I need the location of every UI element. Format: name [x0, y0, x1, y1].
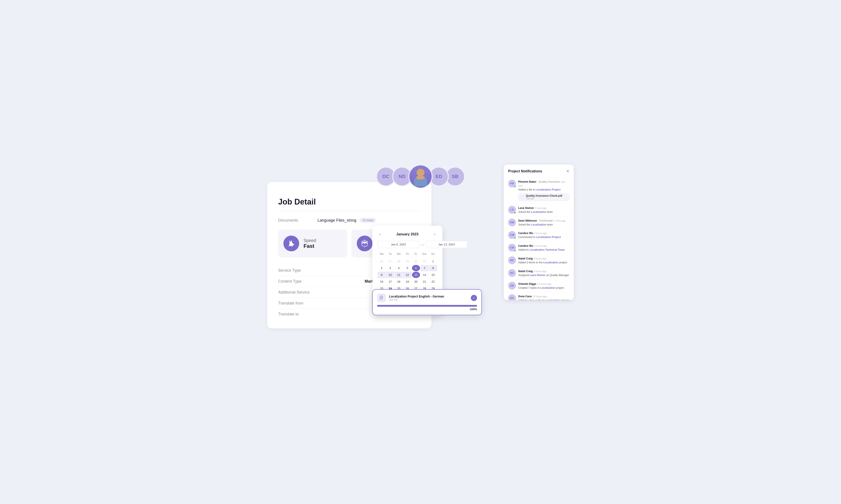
notif-content: Lana Steiner2 mins ago Joined the Locali…: [518, 206, 569, 214]
speed-icon: [284, 236, 299, 251]
weekday-we: We: [395, 252, 403, 256]
cal-day[interactable]: 1: [429, 258, 437, 265]
additional-service-key: Additional Service: [278, 290, 310, 295]
cal-day[interactable]: 8: [429, 265, 437, 271]
cal-day[interactable]: 3: [386, 265, 394, 271]
notif-content: Orlando Diggs11 hours ago Created 7 task…: [518, 282, 569, 290]
notif-avatar: OD: [508, 282, 516, 290]
cal-day[interactable]: 11: [395, 272, 403, 278]
cal-day[interactable]: 20: [412, 278, 420, 285]
calendar-range: —: [378, 241, 437, 248]
cal-day[interactable]: 26: [378, 258, 386, 265]
notif-content: Drew Cano12 hours ago Added a style guid…: [518, 294, 569, 300]
upload-card: Localization Project English - German 20…: [372, 289, 482, 315]
cal-day-selected-end[interactable]: 13: [412, 272, 420, 278]
notif-content: Candice Wu3 hours ago Commented in Local…: [518, 231, 569, 239]
notif-item: LS Lana Steiner2 mins ago Joined the Loc…: [508, 203, 569, 216]
page-title: Job Detail: [278, 197, 420, 206]
translate-to-key: Translate to: [278, 312, 299, 317]
speed-text: Speed Fast: [304, 238, 316, 249]
svg-point-0: [416, 169, 425, 177]
notif-avatar: NC: [508, 269, 516, 277]
cal-day[interactable]: 21: [420, 278, 429, 285]
notif-content: Demi Wikinson · Proofreader2 mins ago Jo…: [518, 218, 569, 227]
cal-day[interactable]: 17: [386, 278, 394, 285]
cal-day[interactable]: 12: [403, 272, 411, 278]
calendar-title: January 2023: [396, 232, 418, 236]
cal-day[interactable]: 4: [395, 265, 403, 271]
notif-avatar: DC: [508, 294, 516, 300]
cal-day-selected-start[interactable]: 6: [412, 265, 420, 271]
documents-value: Language Files_string: [317, 218, 356, 223]
cal-day[interactable]: 22: [429, 278, 437, 285]
notifications-title: Project Notifications: [508, 169, 542, 173]
cal-day[interactable]: 9: [378, 272, 386, 278]
notifications-panel: Project Notifications ✕ PB Phoenix Baker…: [504, 164, 574, 300]
svg-point-6: [289, 241, 290, 242]
weekday-sat: Sat: [420, 252, 429, 256]
upload-top: Localization Project English - German 20…: [377, 293, 477, 302]
notif-item: DW Demi Wikinson · Proofreader2 mins ago…: [508, 216, 569, 229]
divider: [278, 211, 420, 211]
cal-day[interactable]: 7: [420, 265, 429, 271]
notif-content: Natali Craig6 hours ago Assigned Lana St…: [518, 269, 569, 277]
calendar-range-start[interactable]: [378, 241, 419, 248]
notifications-close-button[interactable]: ✕: [566, 169, 569, 174]
avatar-main[interactable]: [409, 164, 432, 188]
cal-day[interactable]: 5: [403, 265, 411, 271]
cal-day[interactable]: 19: [403, 278, 411, 285]
cal-day[interactable]: 14: [420, 272, 429, 278]
notif-content: Phoenix Baker · Quality AssuranceJust no…: [518, 180, 569, 201]
weekday-tu: Tu: [386, 252, 395, 256]
cal-day[interactable]: 28: [395, 258, 403, 265]
cal-day[interactable]: 27: [386, 258, 394, 265]
calendar-header: ‹ January 2023 ›: [378, 231, 437, 237]
documents-row: Documents Language Files_string +5 more: [278, 218, 420, 223]
cal-day[interactable]: 30: [412, 258, 420, 265]
calendar-next-button[interactable]: ›: [432, 231, 437, 237]
main-container: DC ND ED SB Job Detail: [267, 164, 574, 340]
progress-bar-background: [377, 305, 477, 307]
notif-item: CW Candice Wu3 hours ago Commented in Lo…: [508, 229, 569, 241]
notif-avatar: LS: [508, 206, 516, 214]
weekday-mo: Mo: [378, 252, 386, 256]
cal-day[interactable]: 29: [403, 258, 411, 265]
documents-label: Documents: [278, 218, 317, 223]
weekday-su: Su: [429, 252, 437, 256]
notif-avatar: CW: [508, 231, 516, 239]
service-type-key: Service Type: [278, 268, 301, 273]
notif-avatar: CW: [508, 244, 516, 252]
notif-item: CW Candice Wu3 hours ago Added to Locali…: [508, 241, 569, 254]
cal-day[interactable]: 10: [386, 272, 394, 278]
progress-bar-fill: [377, 305, 477, 307]
documents-badge[interactable]: +5 more: [359, 218, 376, 223]
layout: DC ND ED SB Job Detail: [267, 164, 574, 328]
notif-avatar: NC: [508, 256, 516, 264]
cal-day[interactable]: 15: [429, 272, 437, 278]
calendar-range-end[interactable]: [426, 241, 467, 248]
cal-day[interactable]: 31: [420, 258, 429, 265]
cal-day[interactable]: 16: [378, 278, 386, 285]
notif-avatar: PB: [508, 180, 516, 187]
notif-item: NC Natali Craig6 hours ago Added 3 terms…: [508, 254, 569, 267]
calendar-prev-button[interactable]: ‹: [378, 231, 382, 237]
cal-day[interactable]: 2: [378, 265, 386, 271]
cal-day[interactable]: 18: [395, 278, 403, 285]
notif-item: DC Drew Cano12 hours ago Added a style g…: [508, 292, 569, 300]
notifications-header: Project Notifications ✕: [508, 169, 569, 174]
notif-content: Candice Wu3 hours ago Added to Localizat…: [518, 244, 569, 252]
weekday-th: Th: [403, 252, 412, 256]
translate-from-key: Translate from: [278, 301, 303, 306]
notif-content: Natali Craig6 hours ago Added 3 terms to…: [518, 256, 569, 265]
content-type-key: Content Type: [278, 279, 302, 284]
notif-file: 📄 Quality Assurance Check.pdf 720 KB: [518, 193, 569, 201]
progress-label: 100%: [377, 308, 477, 311]
upload-filename: Localization Project English - German: [389, 295, 468, 298]
upload-check-icon: ✓: [471, 295, 477, 301]
svg-point-2: [416, 176, 425, 180]
speed-card: Speed Fast: [278, 230, 347, 257]
weekday-fr: Fr: [412, 252, 420, 256]
notif-item: NC Natali Craig6 hours ago Assigned Lana…: [508, 267, 569, 280]
upload-filesize: 200 KB: [389, 298, 468, 301]
notif-avatar: DW: [508, 218, 516, 227]
